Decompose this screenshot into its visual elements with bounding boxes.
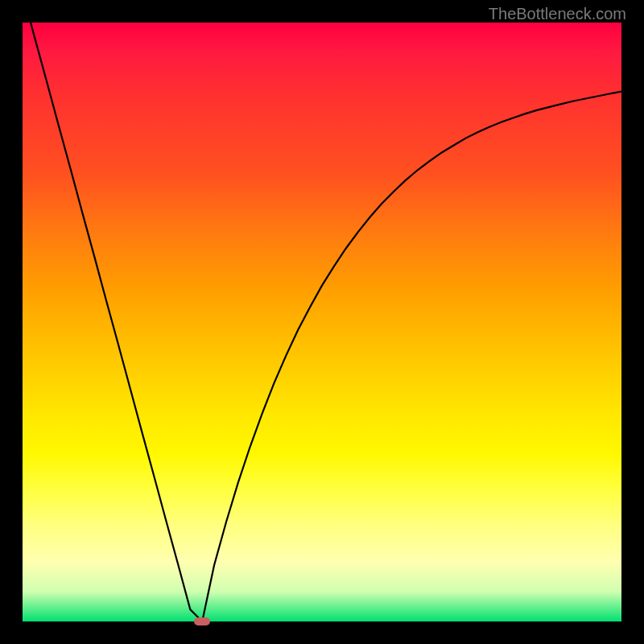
optimal-marker: [194, 617, 210, 625]
curve-layer: [23, 23, 621, 621]
watermark-text: TheBottleneck.com: [489, 5, 626, 23]
plot-area: [23, 23, 621, 621]
bottleneck-curve: [23, 23, 621, 621]
chart-container: TheBottleneck.com: [0, 0, 644, 644]
